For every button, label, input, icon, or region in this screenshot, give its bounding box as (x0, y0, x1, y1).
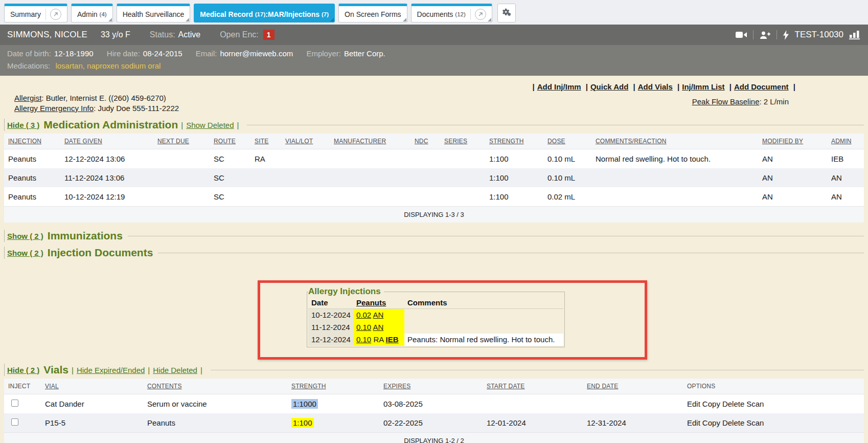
flowsheet-chart-icon[interactable] (849, 30, 861, 39)
quick-add-link[interactable]: Quick Add (590, 82, 628, 91)
show-toggle-link[interactable]: Show ( 2 ) (7, 232, 43, 240)
hide-toggle-link[interactable]: Hide ( 3 ) (7, 121, 39, 129)
lightning-icon[interactable] (783, 30, 789, 40)
column-header[interactable]: MANUFACTURER (330, 134, 410, 149)
column-header[interactable]: SERIES (440, 134, 485, 149)
tab-health-surveillance[interactable]: Health Surveillance (117, 4, 191, 23)
settings-button[interactable] (497, 4, 516, 23)
cell-vial: Cat Dander (41, 394, 143, 414)
tab-medical-record[interactable]: Medical Record (17) :MAR/Injections (7) (194, 4, 335, 23)
tab-fold-indicator (108, 18, 112, 21)
add-document-link[interactable]: Add Document (734, 82, 789, 91)
tab-summary[interactable]: Summary (4, 4, 67, 23)
column-header[interactable]: EXPIRES (379, 379, 483, 394)
add-person-icon[interactable] (759, 31, 771, 39)
mar-row[interactable]: Peanuts10-12-2024 12:19SC1:1000.02 mLANA… (4, 187, 864, 207)
mar-row[interactable]: Peanuts12-12-2024 13:06SCRA1:1000.10 mLN… (4, 149, 864, 169)
column-header-peanuts[interactable]: Peanuts (353, 297, 404, 309)
cell-comments (591, 168, 758, 187)
popout-segment (470, 9, 486, 20)
cell-site: RA (250, 149, 281, 169)
cell-comments: Normal red swelling. Hot to touch. (591, 149, 758, 169)
column-header[interactable]: CONTENTS (143, 379, 287, 394)
copy-link[interactable]: Copy (702, 400, 720, 408)
column-header[interactable]: VIAL/LOT (281, 134, 330, 149)
status-value: Active (178, 30, 201, 39)
scan-link[interactable]: Scan (746, 400, 764, 408)
cell-strength: 1:100 (485, 168, 543, 187)
cell-strength: 1:100 (485, 149, 543, 169)
hide-toggle-link[interactable]: Hide ( 2 ) (7, 366, 39, 374)
admin-initials-link[interactable]: IEB (386, 335, 399, 344)
column-header[interactable]: DATE GIVEN (60, 134, 153, 149)
column-header[interactable]: COMMENTS/REACTION (591, 134, 758, 149)
column-header[interactable]: VIAL (41, 379, 143, 394)
medication-separator: , (83, 61, 87, 70)
separator: | (533, 82, 535, 91)
dose-link[interactable]: 0.10 (356, 323, 371, 331)
table-footer: DISPLAYING 1-2 / 2 (4, 433, 864, 443)
column-header: Date (308, 297, 353, 309)
column-header[interactable]: MODIFIED BY (758, 134, 827, 149)
separator: | (237, 121, 239, 129)
add-inj-imm-link[interactable]: Add Inj/Imm (537, 82, 581, 91)
add-vials-link[interactable]: Add Vials (638, 82, 673, 91)
inj-imm-list-link[interactable]: Inj/Imm List (682, 82, 724, 91)
inject-checkbox[interactable] (11, 400, 18, 407)
column-header[interactable]: ROUTE (210, 134, 250, 149)
column-header[interactable]: INJECTION (4, 134, 60, 149)
popout-icon[interactable] (50, 9, 61, 20)
dose-link[interactable]: 0.02 (356, 311, 371, 319)
open-enc-badge[interactable]: 1 (263, 30, 275, 40)
column-header[interactable]: NDC (410, 134, 440, 149)
tab-admin[interactable]: Admin (4) (71, 4, 113, 23)
column-header[interactable]: STRENGTH (485, 134, 543, 149)
cell-modified-by: AN (758, 149, 827, 169)
medication-link[interactable]: naproxen sodium oral (87, 61, 161, 70)
copy-link[interactable]: Copy (702, 418, 720, 427)
cell-site (250, 168, 281, 187)
patient-id: TEST-10030 (795, 30, 843, 40)
scan-link[interactable]: Scan (746, 418, 764, 427)
tab-count: (12) (455, 11, 465, 17)
delete-link[interactable]: Delete (722, 400, 744, 408)
edit-link[interactable]: Edit (687, 400, 700, 408)
video-call-icon[interactable] (736, 31, 747, 39)
email-value: horner@mieweb.com (220, 49, 293, 58)
show-deleted-link[interactable]: Show Deleted (186, 121, 234, 129)
admin-initials-link[interactable]: AN (373, 311, 384, 319)
column-header[interactable]: NEXT DUE (153, 134, 210, 149)
table-footer: DISPLAYING 1-3 / 3 (4, 207, 864, 223)
edit-link[interactable]: Edit (687, 418, 700, 427)
cell-strength: 1:100 (485, 187, 543, 207)
status-label: Status: (150, 30, 175, 39)
allergy-emergency-info-link[interactable]: Allergy Emergency Info (14, 104, 94, 113)
delete-link[interactable]: Delete (722, 418, 744, 427)
peak-flow-baseline-link[interactable]: Peak Flow Baseline (692, 97, 760, 106)
tab-on-screen-forms[interactable]: On Screen Forms (338, 4, 407, 23)
hide-expired-ended-link[interactable]: Hide Expired/Ended (77, 366, 145, 374)
section-rule (158, 253, 864, 253)
popout-icon[interactable] (475, 9, 486, 20)
tab-label: Admin (77, 10, 98, 18)
column-header[interactable]: START DATE (483, 379, 583, 394)
cell-date: 10-12-2024 (308, 309, 353, 322)
dose-link[interactable]: 0.10 (356, 335, 371, 344)
show-toggle-link[interactable]: Show ( 2 ) (7, 249, 43, 257)
column-header[interactable]: SITE (250, 134, 281, 149)
allergy-injection-row: 11-12-2024 0.10 AN (308, 321, 563, 334)
column-header[interactable]: END DATE (583, 379, 683, 394)
inject-checkbox[interactable] (11, 418, 18, 426)
tab-documents[interactable]: Documents (12) (411, 4, 492, 23)
hide-deleted-link[interactable]: Hide Deleted (153, 366, 197, 374)
cell-vial-lot (281, 149, 330, 169)
column-header[interactable]: ADMIN (827, 134, 864, 149)
column-header[interactable]: STRENGTH (287, 379, 379, 394)
medication-link[interactable]: losartan (55, 61, 82, 70)
column-header[interactable]: DOSE (543, 134, 591, 149)
table-header-row: INJECT VIAL CONTENTS STRENGTH EXPIRES ST… (4, 379, 864, 394)
admin-initials-link[interactable]: AN (373, 323, 384, 331)
patient-demographics: Date of birth:12-18-1990 Hire date:08-24… (0, 45, 868, 76)
mar-row[interactable]: Peanuts11-12-2024 13:06SC1:1000.10 mLANA… (4, 168, 864, 187)
allergist-link[interactable]: Allergist (14, 94, 41, 102)
